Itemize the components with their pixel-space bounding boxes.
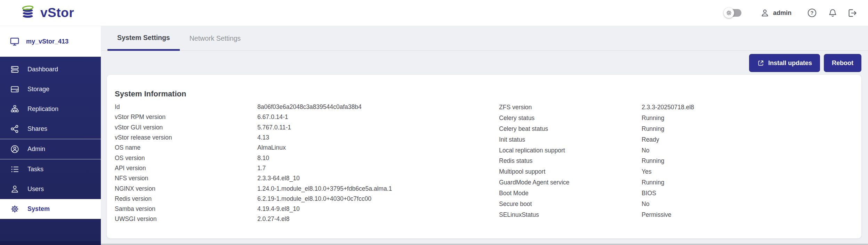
help-icon[interactable]: ? — [807, 8, 817, 18]
sidebar-item-system[interactable]: System — [0, 199, 101, 219]
info-row: vStor RPM version6.67.0.14-1 — [115, 112, 499, 122]
info-label: GuardMode Agent service — [499, 179, 642, 186]
database-logo-icon — [20, 5, 36, 21]
vstor-logo-text: vStor — [40, 6, 74, 20]
system-info-card: System Information Id8a06f03e6a2048c3a83… — [107, 75, 861, 238]
info-label: vStor release version — [115, 134, 257, 141]
info-label: Local replication support — [499, 147, 642, 154]
info-value: Running — [642, 179, 854, 186]
logout-icon[interactable] — [847, 8, 858, 18]
sidebar-item-label: Users — [27, 185, 44, 193]
tab-system-settings[interactable]: System Settings — [107, 26, 180, 51]
app-header: vStor admin ? — [0, 0, 868, 26]
sidebar-item-label: Tasks — [27, 166, 43, 173]
info-row: Redis version6.2.19-1.module_el8.10.0+40… — [115, 194, 499, 204]
sidebar-item-shares[interactable]: Shares — [0, 119, 101, 139]
info-value: 4.19.4-9.el8_10 — [257, 205, 499, 213]
reboot-button[interactable]: Reboot — [824, 54, 861, 72]
info-value: 4.13 — [257, 134, 499, 141]
info-label: OS version — [115, 155, 257, 162]
sidebar-item-dashboard[interactable]: Dashboard — [0, 60, 101, 79]
sidebar-item-users[interactable]: Users — [0, 179, 101, 199]
info-grid: Id8a06f03e6a2048c3a839544c0afa38b4 vStor… — [115, 102, 854, 224]
info-label: Boot Mode — [499, 190, 642, 197]
replication-icon — [10, 104, 19, 114]
header-actions: admin ? — [725, 8, 858, 18]
info-row: GuardMode Agent serviceRunning — [499, 177, 854, 188]
info-row: Id8a06f03e6a2048c3a839544c0afa38b4 — [115, 102, 499, 112]
main-content: System Settings Network Settings Install… — [101, 26, 868, 245]
info-value: No — [642, 200, 854, 208]
info-row: ZFS version2.3.3-20250718.el8 — [499, 102, 854, 113]
info-value: 5.767.0.11-1 — [257, 124, 499, 131]
info-row: OS version8.10 — [115, 153, 499, 163]
info-value: 8.10 — [257, 155, 499, 162]
sidebar-item-label: Shares — [27, 125, 47, 133]
info-label: Init status — [499, 136, 642, 143]
info-label: API version — [115, 165, 257, 172]
sidebar-item-replication[interactable]: Replication — [0, 99, 101, 119]
info-value: Yes — [642, 168, 854, 175]
info-row: Local replication supportNo — [499, 145, 854, 156]
info-value: 6.2.19-1.module_el8.10.0+4030+0c7fcc00 — [257, 195, 499, 203]
info-row: Samba version4.19.4-9.el8_10 — [115, 204, 499, 214]
info-row: Boot ModeBIOS — [499, 188, 854, 199]
info-row: Celery beat statusRunning — [499, 124, 854, 134]
node-name: my_vStor_413 — [26, 38, 69, 45]
info-label: Celery status — [499, 114, 642, 122]
sidebar-item-storage[interactable]: Storage — [0, 79, 101, 99]
info-label: Multipool support — [499, 168, 642, 175]
shares-icon — [10, 124, 19, 134]
tasks-icon — [10, 165, 19, 174]
info-label: UWSGI version — [115, 215, 257, 223]
info-label: Id — [115, 103, 257, 111]
reboot-label: Reboot — [832, 60, 853, 67]
info-row: Redis statusRunning — [499, 156, 854, 166]
sidebar-item-label: Dashboard — [27, 66, 58, 73]
node-selector[interactable]: my_vStor_413 — [0, 26, 101, 57]
info-row: NFS version2.3.3-64.el8_10 — [115, 173, 499, 183]
notifications-bell-icon[interactable] — [828, 8, 838, 18]
tab-network-settings[interactable]: Network Settings — [180, 26, 250, 51]
info-label: Samba version — [115, 205, 257, 213]
system-gear-icon — [10, 204, 19, 214]
theme-toggle[interactable] — [725, 9, 741, 17]
info-row: vStor GUI version5.767.0.11-1 — [115, 122, 499, 133]
tabs-bar: System Settings Network Settings — [101, 26, 868, 51]
info-row: UWSGI version2.0.27-4.el8 — [115, 214, 499, 224]
info-label: Secure boot — [499, 200, 642, 208]
info-row: Secure bootNo — [499, 199, 854, 210]
info-row: Multipool supportYes — [499, 166, 854, 177]
info-value: 6.67.0.14-1 — [257, 113, 499, 121]
info-value: Running — [642, 157, 854, 165]
user-menu[interactable]: admin — [760, 8, 791, 18]
sidebar-item-tasks[interactable]: Tasks — [0, 159, 101, 179]
info-row: API version1.7 — [115, 163, 499, 173]
info-value: Running — [642, 114, 854, 122]
window-bottom-edge — [101, 244, 868, 245]
info-label: Redis version — [115, 195, 257, 203]
info-row: SELinuxStatusPermissive — [499, 210, 854, 220]
sidebar-item-admin[interactable]: Admin — [0, 139, 101, 159]
info-label: Redis status — [499, 157, 642, 165]
sidebar-item-label: Admin — [27, 145, 45, 153]
info-label: vStor RPM version — [115, 113, 257, 121]
sidebar-item-label: Replication — [27, 105, 58, 113]
install-updates-button[interactable]: Install updates — [749, 54, 820, 72]
info-value: Permissive — [642, 211, 854, 219]
external-link-icon — [757, 60, 764, 67]
info-row: NGINX version1.24.0-1.module_el8.10.0+37… — [115, 183, 499, 193]
info-row: vStor release version4.13 — [115, 133, 499, 143]
info-row: OS nameAlmaLinux — [115, 143, 499, 153]
sidebar-footer — [0, 241, 101, 245]
info-label: NFS version — [115, 175, 257, 182]
info-label: vStor GUI version — [115, 124, 257, 131]
install-updates-label: Install updates — [768, 60, 812, 67]
info-value: Running — [642, 125, 854, 133]
vstor-logo[interactable]: vStor — [20, 5, 74, 21]
sidebar-item-label: Storage — [27, 86, 49, 93]
info-label: SELinuxStatus — [499, 211, 642, 219]
info-value: 8a06f03e6a2048c3a839544c0afa38b4 — [257, 103, 499, 111]
info-col-right: ZFS version2.3.3-20250718.el8 Celery sta… — [499, 102, 854, 224]
info-row: Init statusReady — [499, 134, 854, 145]
